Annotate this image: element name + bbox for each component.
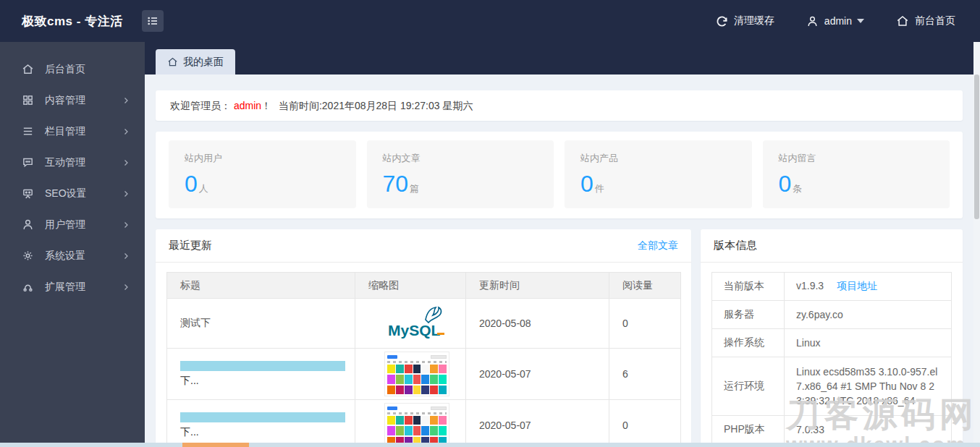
- stats-panel: 站内用户 0人 站内文章 70篇 站内产品 0件 站内留言 0条: [156, 132, 963, 218]
- tab-bar: 我的桌面: [145, 42, 980, 74]
- chevron-right-icon: [122, 252, 130, 260]
- horizontal-scrollbar-thumb[interactable]: [182, 443, 249, 447]
- current-time: 当前时间:2021年08月28日 19:27:03 星期六: [279, 100, 473, 111]
- admin-name: admin: [234, 100, 261, 111]
- chevron-down-icon: [857, 19, 864, 23]
- gear-icon: [22, 250, 35, 262]
- php-version-value: 7.0.33: [785, 416, 952, 444]
- table-row: 当前版本 v1.9.3项目地址: [712, 273, 952, 301]
- column-header-thumbnail: 缩略图: [355, 273, 466, 299]
- sidebar-item-system[interactable]: 系统设置: [0, 240, 145, 271]
- article-date: 2020-05-08: [466, 299, 609, 349]
- username: admin: [824, 15, 852, 27]
- stat-card-articles: 站内文章 70篇: [367, 140, 554, 208]
- welcome-bar: 欢迎管理员： admin！ 当前时间:2021年08月28日 19:27:03 …: [156, 90, 963, 121]
- version-value: v1.9.3: [796, 280, 824, 291]
- article-date: 2020-05-07: [466, 400, 609, 447]
- extension-icon: [22, 281, 35, 293]
- project-url-link[interactable]: 项目地址: [837, 280, 877, 291]
- sidebar-toggle-button[interactable]: [142, 10, 164, 32]
- sidebar-item-extensions[interactable]: 扩展管理: [0, 271, 145, 302]
- stat-value: 70: [383, 171, 409, 197]
- clear-cache-button[interactable]: 清理缓存: [716, 14, 774, 27]
- sidebar-item-users[interactable]: 用户管理: [0, 209, 145, 240]
- seo-board-icon: [22, 187, 35, 200]
- version-info-table: 当前版本 v1.9.3项目地址 服务器 zy.6pay.co 操作系统 Linu…: [711, 272, 952, 444]
- sidebar-item-content[interactable]: 内容管理: [0, 85, 145, 116]
- stat-value: 0: [185, 171, 198, 197]
- article-title: 测试下: [167, 299, 355, 349]
- censor-bar: [180, 361, 345, 371]
- censor-bar: [180, 412, 345, 422]
- tab-my-desktop[interactable]: 我的桌面: [156, 49, 235, 74]
- table-row[interactable]: 测试下 MySQL: [167, 299, 681, 349]
- chevron-right-icon: [122, 96, 130, 105]
- recent-updates-table: 标题 缩略图 更新时间 阅读量 测试下: [166, 272, 681, 447]
- article-title-masked: 下...: [180, 412, 355, 440]
- table-row[interactable]: 下...: [167, 349, 681, 400]
- column-header-views: 阅读量: [609, 273, 681, 299]
- content-area: 欢迎管理员： admin！ 当前时间:2021年08月28日 19:27:03 …: [145, 74, 980, 447]
- chevron-right-icon: [122, 158, 130, 167]
- table-row: 运行环境 Linux ecsd58m35 3.10.0-957.el7.x86_…: [712, 357, 952, 416]
- column-header-title: 标题: [167, 273, 355, 299]
- home-icon: [896, 14, 909, 27]
- chevron-right-icon: [122, 127, 130, 136]
- vertical-scrollbar[interactable]: [973, 42, 980, 443]
- app-title: 极致cms - 专注活: [22, 13, 123, 30]
- mysql-logo-thumbnail: MySQL: [385, 304, 449, 341]
- home-icon: [167, 56, 178, 67]
- table-row: PHP版本 7.0.33: [712, 416, 952, 444]
- top-header: 极致cms - 专注活 清理缓存: [0, 0, 980, 42]
- comment-icon: [22, 156, 35, 169]
- user-icon: [806, 15, 819, 27]
- vertical-scrollbar-thumb[interactable]: [974, 74, 979, 219]
- chevron-right-icon: [122, 190, 130, 198]
- runtime-value: Linux ecsd58m35 3.10.0-957.el7.x86_64 #1…: [785, 357, 952, 416]
- article-views: 6: [609, 349, 681, 400]
- sidebar-item-dashboard[interactable]: 后台首页: [0, 54, 145, 85]
- front-home-link[interactable]: 前台首页: [896, 14, 955, 27]
- sidebar: 后台首页 内容管理 栏目管理 互动管理 SEO: [0, 42, 145, 447]
- sidebar-item-interaction[interactable]: 互动管理: [0, 147, 145, 178]
- stat-value: 0: [580, 171, 594, 197]
- horizontal-scrollbar[interactable]: [0, 443, 980, 447]
- article-views: 0: [609, 400, 681, 447]
- stat-card-users: 站内用户 0人: [169, 140, 356, 208]
- chevron-right-icon: [122, 283, 130, 291]
- stat-card-products: 站内产品 0件: [565, 140, 752, 208]
- list-icon: [22, 125, 35, 137]
- chevron-right-icon: [122, 221, 130, 229]
- article-date: 2020-05-07: [466, 349, 609, 400]
- website-screenshot-thumbnail: [384, 352, 449, 396]
- sidebar-item-seo[interactable]: SEO设置: [0, 178, 145, 209]
- version-info-panel: 版本信息 当前版本 v1.9.3项目地址 服务器 zy.6pay.co: [701, 229, 963, 447]
- article-title-masked: 下...: [180, 361, 355, 388]
- column-header-updated: 更新时间: [466, 273, 609, 299]
- stat-card-messages: 站内留言 0条: [763, 140, 950, 208]
- panel-title: 版本信息: [714, 239, 757, 252]
- os-value: Linux: [785, 329, 952, 357]
- server-value: zy.6pay.co: [785, 301, 952, 329]
- svg-text:MySQL: MySQL: [388, 322, 441, 339]
- stat-value: 0: [779, 171, 792, 197]
- home-icon: [22, 63, 35, 75]
- sidebar-item-columns[interactable]: 栏目管理: [0, 116, 145, 147]
- grid-icon: [22, 94, 35, 106]
- table-row[interactable]: 下...: [167, 400, 681, 447]
- website-screenshot-thumbnail: [384, 403, 449, 447]
- refresh-icon: [716, 15, 728, 27]
- panel-title: 最近更新: [169, 239, 212, 252]
- user-icon: [22, 218, 35, 231]
- table-row: 操作系统 Linux: [712, 329, 952, 357]
- table-row: 服务器 zy.6pay.co: [712, 301, 952, 329]
- recent-updates-panel: 最近更新 全部文章 标题 缩略图 更新时间 阅读量: [156, 229, 691, 447]
- hamburger-list-icon: [147, 15, 159, 27]
- all-articles-link[interactable]: 全部文章: [638, 239, 678, 252]
- article-views: 0: [609, 299, 681, 349]
- user-menu[interactable]: admin: [806, 15, 864, 27]
